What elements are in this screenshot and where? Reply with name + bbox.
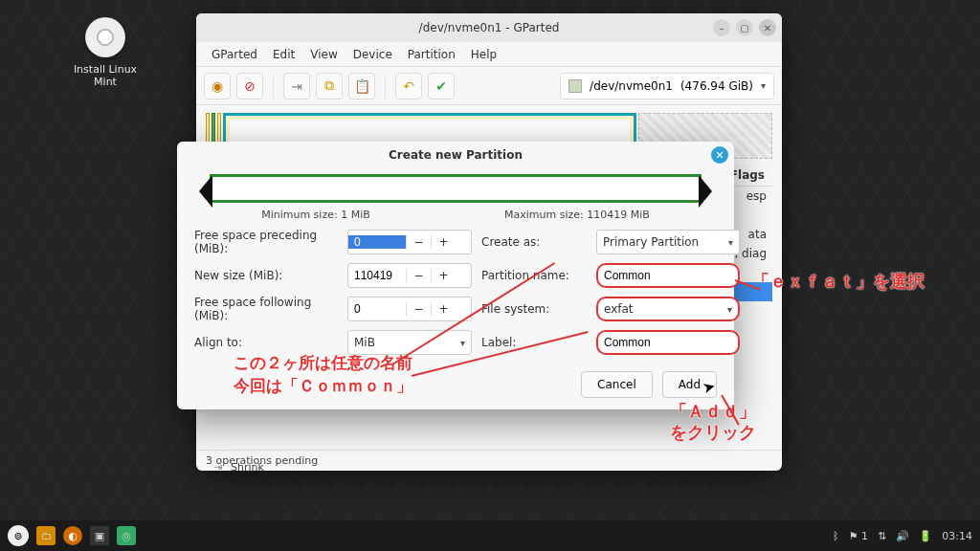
device-size: (476.94 GiB) <box>680 79 753 93</box>
bluetooth-icon[interactable]: ᛒ <box>833 530 839 542</box>
new-size-field[interactable] <box>348 269 406 282</box>
minus-icon[interactable]: − <box>406 235 431 249</box>
menu-view[interactable]: View <box>304 45 343 64</box>
annotation-add-line2: をクリック <box>670 421 756 444</box>
annotation-names-line1: この２ヶ所は任意の名前 <box>234 352 412 374</box>
input-free-after[interactable]: −+ <box>347 297 472 321</box>
chevron-down-icon: ▾ <box>728 237 733 248</box>
taskbar: ⊚ 🗀 ◐ ▣ ◎ ᛒ ⚑ 1 ⇅ 🔊 🔋 03:14 <box>0 520 980 551</box>
pending-operations: ⇥Shrink ⇥Move ✚Creat <box>213 460 264 471</box>
slider-handle-left[interactable] <box>199 175 212 208</box>
label-file-system: File system: <box>481 302 587 316</box>
toolbar-new-icon[interactable]: ◉ <box>204 73 231 99</box>
minus-icon[interactable]: − <box>406 302 431 316</box>
window-maximize-button[interactable]: ▢ <box>736 19 753 36</box>
window-close-button[interactable]: ✕ <box>759 19 776 36</box>
chevron-down-icon: ▾ <box>460 338 465 348</box>
toolbar-paste-icon[interactable]: 📋 <box>348 73 375 99</box>
toolbar-apply-icon[interactable]: ✔ <box>428 73 455 99</box>
toolbar-separator <box>273 75 274 98</box>
combo-file-system[interactable]: exfat▾ <box>596 297 740 321</box>
input-free-before[interactable]: −+ <box>347 230 472 254</box>
cancel-button[interactable]: Cancel <box>581 371 653 398</box>
label-free-after: Free space following (MiB): <box>194 296 338 322</box>
update-icon[interactable]: ⚑ 1 <box>849 530 868 542</box>
chevron-down-icon: ▾ <box>761 80 766 91</box>
dialog-close-button[interactable]: ✕ <box>711 146 728 164</box>
system-tray: ᛒ ⚑ 1 ⇅ 🔊 🔋 03:14 <box>833 530 972 542</box>
label-create-as: Create as: <box>481 235 587 249</box>
plus-icon[interactable]: + <box>431 235 456 249</box>
label-field[interactable] <box>604 336 732 349</box>
minus-icon[interactable]: − <box>406 269 431 282</box>
taskbar-gparted-icon[interactable]: ◎ <box>117 526 136 545</box>
label-new-size: New size (MiB): <box>194 269 338 282</box>
menu-help[interactable]: Help <box>465 45 502 64</box>
partition-name-field[interactable] <box>604 269 732 282</box>
menubar: GParted Edit View Device Partition Help <box>196 42 782 67</box>
taskbar-terminal-icon[interactable]: ▣ <box>90 526 109 545</box>
max-size-label: Maximum size: 110419 MiB <box>504 209 650 221</box>
free-before-field[interactable] <box>348 235 406 249</box>
size-slider[interactable] <box>210 174 702 203</box>
window-titlebar[interactable]: /dev/nvme0n1 - GParted – ▢ ✕ <box>196 13 782 42</box>
device-selector[interactable]: /dev/nvme0n1 (476.94 GiB) ▾ <box>560 73 774 99</box>
annotation-names-line2: 今回は「Ｃｏｍｍｏｎ」 <box>234 375 412 397</box>
menu-gparted[interactable]: GParted <box>206 45 263 64</box>
menu-edit[interactable]: Edit <box>267 45 301 64</box>
input-new-size[interactable]: −+ <box>347 263 472 288</box>
plus-icon[interactable]: + <box>431 269 456 282</box>
menu-partition[interactable]: Partition <box>402 45 461 64</box>
annotation-exfat: 「ｅｘｆａｔ」を選択 <box>752 270 924 293</box>
network-icon[interactable]: ⇅ <box>878 530 886 542</box>
taskbar-firefox-icon[interactable]: ◐ <box>63 526 82 545</box>
status-bar: 3 operations pending <box>196 450 782 471</box>
free-after-field[interactable] <box>348 302 406 316</box>
dialog-titlebar[interactable]: Create new Partition ✕ <box>177 142 734 168</box>
input-label[interactable] <box>596 330 740 355</box>
toolbar-resize-icon[interactable]: ⇥ <box>283 73 310 99</box>
start-menu-button[interactable]: ⊚ <box>8 525 29 546</box>
toolbar-copy-icon[interactable]: ⧉ <box>316 73 343 99</box>
window-minimize-button[interactable]: – <box>713 19 730 36</box>
pending-op[interactable]: ⇥Shrink <box>213 460 264 471</box>
resize-icon: ⇥ <box>213 461 225 471</box>
toolbar-delete-icon[interactable]: ⊘ <box>236 73 263 99</box>
desktop-icon-label: Install Linux Mint <box>67 63 144 88</box>
input-partition-name[interactable] <box>596 263 740 288</box>
label-free-before: Free space preceding (MiB): <box>194 229 338 255</box>
annotation-add-line1: 「Ａｄｄ」 <box>670 400 756 423</box>
disk-icon <box>568 79 582 93</box>
device-label: /dev/nvme0n1 <box>590 79 673 93</box>
slider-handle-right[interactable] <box>699 175 712 208</box>
toolbar: ◉ ⊘ ⇥ ⧉ 📋 ↶ ✔ /dev/nvme0n1 (476.94 GiB) … <box>196 67 782 105</box>
min-size-label: Minimum size: 1 MiB <box>261 209 370 221</box>
label-align-to: Align to: <box>194 336 338 349</box>
battery-icon[interactable]: 🔋 <box>919 530 932 542</box>
plus-icon[interactable]: + <box>431 302 456 316</box>
menu-device[interactable]: Device <box>347 45 398 64</box>
label-label: Label: <box>481 336 587 349</box>
combo-create-as[interactable]: Primary Partition▾ <box>596 230 740 254</box>
chevron-down-icon: ▾ <box>727 304 732 315</box>
dialog-title: Create new Partition <box>389 148 523 162</box>
clock[interactable]: 03:14 <box>942 530 972 542</box>
taskbar-files-icon[interactable]: 🗀 <box>36 526 56 545</box>
volume-icon[interactable]: 🔊 <box>896 530 909 542</box>
toolbar-undo-icon[interactable]: ↶ <box>395 73 422 99</box>
window-title: /dev/nvme0n1 - GParted <box>419 21 560 34</box>
toolbar-separator <box>385 75 386 98</box>
disc-icon <box>85 17 125 57</box>
desktop-icon-install[interactable]: Install Linux Mint <box>67 17 144 88</box>
